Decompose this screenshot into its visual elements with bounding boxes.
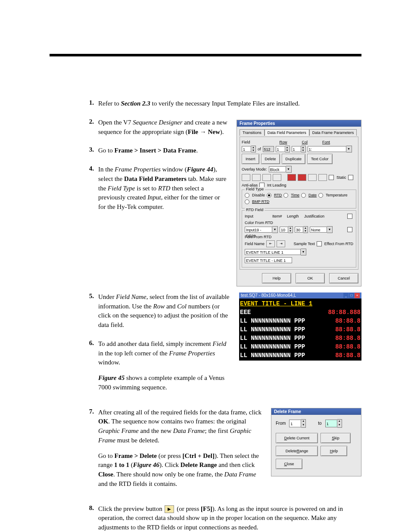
step-number: 1. — [82, 99, 98, 106]
item-spinner[interactable]: 10▲▼ — [280, 226, 293, 233]
help-button[interactable]: Help — [262, 273, 291, 283]
close-icon[interactable]: × — [355, 293, 360, 298]
tool-icon[interactable] — [262, 174, 271, 181]
of-label: of — [258, 147, 261, 151]
window-title-bar: test.SQ7 - 80x160-Mono64,L _ □ × — [239, 292, 361, 299]
text-color-button[interactable]: Text Color — [307, 154, 333, 164]
justification-dropdown[interactable]: None▼ — [310, 226, 333, 233]
from-spinner[interactable]: 1▲▼ — [289, 419, 306, 428]
maximize-icon[interactable]: □ — [349, 293, 354, 298]
em: Field — [213, 340, 227, 347]
rtd-values-row: Input19 - DS20▼ 10▲▼ 30▲▼ None▼ Font Fro… — [245, 226, 353, 239]
preview-button-icon[interactable]: ▶ — [165, 505, 174, 513]
figure-ref: Figure 45 — [98, 374, 125, 381]
nav-button[interactable]: ⇤ — [266, 240, 275, 247]
delete-frame-dialog: Delete Frame From 1▲▼ to 1▲▼ DDelete Cur… — [271, 408, 361, 476]
text: in the top left corner of the — [98, 350, 169, 357]
field-name-dropdown[interactable]: EVENT TITLE LINE 1▼ — [245, 249, 306, 255]
antialias-checkbox[interactable] — [348, 175, 353, 180]
em: Field Name — [116, 293, 146, 300]
tool-icon[interactable] — [252, 174, 261, 181]
delete-current-button[interactable]: DDelete Currentelete Current — [276, 433, 318, 443]
to-spinner[interactable]: 1▲▼ — [325, 419, 342, 428]
step-text: Go to Frame > Insert > Data Frame. — [98, 146, 229, 156]
length-spinner[interactable]: 30▲▼ — [295, 226, 308, 233]
font-from-rtd-checkbox[interactable] — [347, 227, 352, 232]
skip-button[interactable]: SkipSkip — [321, 433, 351, 443]
color-from-rtd-checkbox[interactable] — [347, 214, 352, 219]
preview-text: 88:88.8 — [335, 342, 361, 351]
preview-text: PPP — [294, 352, 305, 359]
tool-icon[interactable] — [308, 174, 317, 181]
step-row: 6. To add another data field, simply inc… — [82, 339, 231, 398]
time-radio[interactable] — [283, 193, 288, 198]
row-spinner[interactable]: 1▲▼ — [276, 146, 290, 152]
tool-icon[interactable] — [298, 174, 306, 181]
overlay-mode-label: Overlay Mode: — [242, 167, 267, 171]
text: Go to — [98, 147, 115, 154]
tool-icon[interactable] — [287, 174, 296, 181]
group-title: RTD Field — [245, 208, 265, 212]
close-button[interactable]: CloseClose — [276, 459, 302, 469]
field-spinner[interactable]: 1▲▼ — [242, 146, 256, 152]
cancel-button[interactable]: Cancel — [329, 273, 358, 283]
preview-text: PPP — [294, 317, 305, 324]
bold: [Ctrl + Del] — [183, 452, 215, 459]
date-radio[interactable] — [301, 193, 306, 198]
input-dropdown[interactable]: Input19 - DS20▼ — [245, 226, 278, 233]
text: Under — [98, 293, 116, 300]
font-label: Font — [322, 140, 330, 144]
preview-row: EEE88:88.888 — [240, 308, 361, 317]
tool-icon[interactable] — [318, 174, 327, 181]
temperature-radio[interactable] — [318, 193, 323, 198]
delete-button[interactable]: Delete — [261, 154, 280, 164]
em: Col — [177, 303, 187, 310]
bold: New — [208, 128, 220, 135]
em: RTD — [158, 185, 170, 192]
rtd-radio[interactable] — [267, 193, 271, 198]
nav-button[interactable]: ⇥ — [277, 240, 285, 247]
font-dropdown[interactable]: 1:▼ — [308, 146, 352, 152]
text: In the — [98, 166, 115, 173]
tool-icon[interactable] — [273, 174, 281, 181]
field-row-2: 1▲▼ of 512 1▲▼ 1▲▼ 1:▼ — [242, 146, 356, 152]
insert-button[interactable]: Insert — [242, 154, 259, 164]
text: Click the preview button — [98, 505, 164, 512]
minimize-icon[interactable]: _ — [343, 293, 349, 298]
col-label: Col — [302, 140, 308, 144]
preview-row: LL NNNNNNNNNNN PPP88:88.8 — [240, 334, 361, 342]
bmprtd-radio[interactable] — [245, 199, 249, 204]
bold: Frame > Delete — [115, 452, 157, 459]
step-number: 8. — [82, 504, 98, 512]
preview-text: PPP — [294, 326, 305, 333]
tab-transitions[interactable]: Transitions — [240, 129, 265, 136]
disable-radio[interactable] — [245, 193, 249, 198]
field-type-group: Field Type Disable RTD Time Date Tempera… — [242, 190, 356, 208]
duplicate-button[interactable]: Duplicate — [282, 154, 306, 164]
bold: Close — [98, 471, 113, 478]
tab-bar: Transitions Data Field Parameters Data F… — [240, 129, 358, 136]
bold: File — [188, 128, 198, 135]
tab-data-frame-parameters[interactable]: Data Frame Parameters — [309, 129, 357, 136]
preview-text: PPP — [294, 343, 305, 350]
preview-row: LL NNNNNNNNNNN PPP88:88.8 — [240, 351, 361, 360]
ok-button[interactable]: OK — [296, 273, 325, 283]
color-from-rtd-label: Color From RTD — [245, 221, 273, 225]
bold: 1 to 1 — [114, 461, 129, 468]
tab-data-field-parameters[interactable]: Data Field Parameters — [265, 129, 309, 136]
step-number: 3. — [82, 146, 98, 153]
preview-text: NNNNNNNNNNN — [251, 317, 290, 324]
static-checkbox[interactable] — [329, 175, 334, 180]
effect-from-rtd-checkbox[interactable] — [317, 241, 322, 246]
delete-range-button[interactable]: Delete RangeDelete Range — [276, 446, 318, 456]
figure-45: test.SQ7 - 80x160-Mono64,L _ □ × EVENT T… — [239, 292, 361, 361]
step-number: 2. — [82, 118, 98, 125]
em: Sequence Designer — [133, 119, 182, 126]
text: and then click — [217, 461, 255, 468]
em: Data Frame — [224, 471, 256, 478]
overlay-mode-dropdown[interactable]: Block▼ — [269, 166, 292, 173]
col-spinner[interactable]: 1▲▼ — [292, 146, 306, 152]
tool-icon[interactable] — [242, 174, 250, 181]
help-button[interactable]: HelpHelp — [321, 446, 347, 456]
text: is set to — [135, 185, 158, 192]
